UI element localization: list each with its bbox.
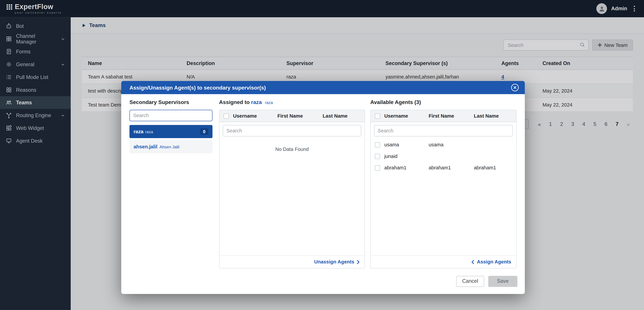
app-viewport: ExpertFlow your callcenter experts Admin… (0, 0, 644, 310)
assign-agents-label: Assign Agents (477, 259, 511, 265)
column-header-username: Username (384, 113, 429, 119)
supervisor-item-ahsen-jalil[interactable]: ahsen.jalil Ahsen Jalil (130, 140, 212, 153)
cancel-button[interactable]: Cancel (456, 276, 484, 287)
agent-checkbox[interactable] (375, 165, 380, 170)
agent-checkbox[interactable] (375, 142, 380, 147)
modal-footer: Cancel Save (121, 268, 525, 294)
supervisor-item-raza[interactable]: raza raza 0 (130, 125, 212, 138)
assigned-title: Assigned to raza raza (219, 99, 365, 106)
assign-agents-modal: Assign/Unassign Agent(s) to secondary su… (121, 81, 525, 294)
agent-row-usama[interactable]: usama usama (371, 139, 516, 150)
assigned-table-header: Username First Name Last Name (220, 110, 365, 122)
agent-checkbox[interactable] (375, 154, 380, 159)
save-button[interactable]: Save (488, 276, 518, 287)
assigned-count-badge: 0 (200, 128, 208, 135)
agent-first-name: abraham1 (429, 165, 474, 170)
agent-row-junaid[interactable]: junaid (371, 150, 516, 162)
available-agents-table: Username First Name Last Name usama usam… (370, 110, 516, 268)
supervisor-username: ahsen.jalil (134, 144, 158, 150)
available-agents-title: Available Agents (3) (370, 99, 516, 106)
close-icon (511, 84, 519, 92)
unassign-agents-label: Unassign Agents (314, 259, 354, 265)
modal-header: Assign/Unassign Agent(s) to secondary su… (121, 81, 525, 94)
agent-first-name: usama (429, 142, 474, 148)
agent-last-name: abraham1 (474, 165, 512, 170)
available-search-input[interactable] (374, 125, 513, 136)
agent-username: junaid (384, 154, 429, 159)
assign-agents-button[interactable]: Assign Agents (472, 259, 511, 265)
agent-username: abraham1 (384, 165, 429, 170)
agent-row-abraham1[interactable]: abraham1 abraham1 abraham1 (371, 162, 516, 174)
column-header-last-name: Last Name (323, 113, 360, 119)
chevron-right-icon (357, 260, 360, 264)
column-header-last-name: Last Name (474, 113, 512, 119)
supervisor-fullname: Ahsen Jalil (160, 144, 179, 149)
select-all-checkbox[interactable] (224, 113, 229, 118)
column-header-first-name: First Name (278, 113, 323, 119)
supervisors-search-input[interactable] (130, 110, 212, 121)
supervisors-title: Secondary Supervisors (130, 99, 212, 106)
supervisor-username: raza (134, 129, 144, 134)
close-button[interactable] (511, 84, 519, 92)
select-all-checkbox[interactable] (375, 113, 380, 118)
available-agents-panel: Available Agents (3) Username First Name… (370, 99, 516, 268)
assigned-table: Username First Name Last Name No Data Fo… (219, 110, 365, 268)
column-header-first-name: First Name (429, 113, 474, 119)
unassign-agents-button[interactable]: Unassign Agents (314, 259, 360, 265)
assigned-supervisor-username: raza (251, 99, 262, 105)
supervisor-fullname: raza (145, 129, 153, 134)
chevron-left-icon (472, 260, 474, 264)
agent-username: usama (384, 142, 429, 148)
secondary-supervisors-panel: Secondary Supervisors raza raza 0 ahsen.… (130, 99, 212, 268)
assigned-supervisor-fullname: raza (265, 100, 273, 105)
no-data-found-text: No Data Found (220, 146, 365, 152)
column-header-username: Username (233, 113, 277, 119)
available-table-header: Username First Name Last Name (371, 110, 516, 122)
assigned-title-prefix: Assigned to (219, 99, 250, 105)
assigned-search-input[interactable] (223, 125, 361, 136)
assigned-agents-panel: Assigned to raza raza Username First Nam… (219, 99, 365, 268)
modal-title: Assign/Unassign Agent(s) to secondary su… (130, 84, 266, 91)
